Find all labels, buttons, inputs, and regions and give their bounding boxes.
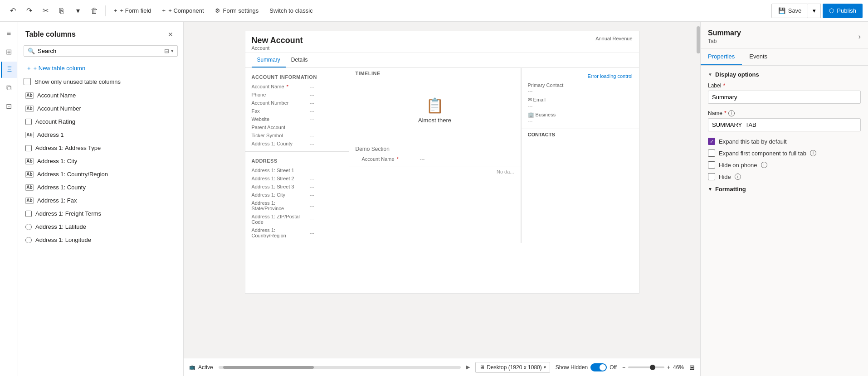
- form-header: New Account Account Annual Revenue: [245, 31, 639, 53]
- side-nav-hamburger[interactable]: ≡: [1, 25, 17, 42]
- hide-on-phone-checkbox[interactable]: [708, 161, 715, 169]
- form-settings-button[interactable]: ⚙ Form settings: [210, 4, 263, 18]
- field-value-account-number: ---: [310, 100, 315, 106]
- form-tab-summary[interactable]: Summary: [252, 53, 286, 67]
- cut-button[interactable]: ✂: [38, 4, 53, 18]
- close-panel-button[interactable]: ✕: [165, 29, 176, 40]
- field-value-county: ---: [310, 141, 315, 146]
- list-item[interactable]: Ab Address 1: County: [22, 181, 180, 194]
- show-hidden-toggle[interactable]: [590, 363, 607, 371]
- field-row-zip: Address 1: ZIP/Postal Code ---: [245, 212, 349, 226]
- hide-on-phone-info-icon[interactable]: i: [761, 162, 767, 168]
- formatting-header[interactable]: ▼ Formatting: [708, 186, 861, 193]
- text-column-icon: Ab: [25, 198, 34, 204]
- delete-button[interactable]: 🗑: [87, 4, 102, 18]
- error-loading-link[interactable]: Error loading control: [587, 73, 632, 79]
- field-value-country: ---: [310, 230, 315, 236]
- show-unused-row[interactable]: Show only unused table columns: [24, 78, 178, 85]
- canvas-vscroll[interactable]: [697, 22, 700, 358]
- component-button[interactable]: + + Component: [158, 4, 209, 18]
- history-dropdown-button[interactable]: ▾: [71, 4, 85, 18]
- side-nav-columns[interactable]: Ξ: [1, 62, 17, 78]
- scroll-right-arrow[interactable]: ▶: [466, 364, 470, 370]
- form-field-button[interactable]: + + Form field: [109, 4, 156, 18]
- columns-panel: Table columns ✕ 🔍 ⊟ ▾ + + New table colu…: [18, 22, 184, 376]
- list-item[interactable]: Ab Account Name: [22, 89, 180, 102]
- zoom-out-icon[interactable]: −: [622, 364, 625, 371]
- columns-panel-header: Table columns ✕: [18, 22, 183, 43]
- form-preview: New Account Account Annual Revenue Summa…: [245, 31, 639, 294]
- switch-classic-button[interactable]: Switch to classic: [265, 4, 317, 18]
- component-label: + Component: [168, 7, 204, 14]
- active-label: Active: [198, 364, 213, 371]
- field-label-ticker: Ticker Symbol: [252, 133, 306, 138]
- save-button[interactable]: 💾 Save: [771, 4, 809, 18]
- fit-screen-icon[interactable]: ⊞: [689, 364, 695, 371]
- field-value-parent-account: ---: [310, 125, 315, 130]
- field-label-zip: Address 1: ZIP/Postal Code: [252, 214, 306, 225]
- show-unused-checkbox[interactable]: [24, 78, 31, 85]
- expand-tab-checkbox[interactable]: ✓: [708, 138, 715, 145]
- list-item[interactable]: Address 1: Longitude: [22, 233, 180, 246]
- right-panel-header: Summary Tab ›: [701, 22, 868, 48]
- name-info-icon[interactable]: i: [728, 110, 735, 116]
- field-value-street3: ---: [310, 184, 315, 189]
- list-item[interactable]: Ab Address 1: Fax: [22, 194, 180, 207]
- form-tab-details[interactable]: Details: [286, 53, 313, 67]
- label-input[interactable]: [708, 91, 861, 104]
- right-panel-expand-icon[interactable]: ›: [858, 33, 861, 41]
- desktop-select[interactable]: 🖥 Desktop (1920 x 1080) ▾: [475, 362, 550, 373]
- redo-button[interactable]: ↷: [22, 4, 36, 18]
- show-hidden-label: Show Hidden: [556, 364, 588, 371]
- column-name-address-country: Address 1: Country/Region: [37, 171, 108, 178]
- save-dropdown-button[interactable]: ▾: [808, 4, 821, 18]
- side-nav-components[interactable]: ⊡: [1, 98, 17, 114]
- expand-first-info-icon[interactable]: i: [810, 150, 816, 156]
- new-column-button[interactable]: + + New table column: [24, 62, 178, 74]
- expand-first-checkbox[interactable]: [708, 149, 715, 157]
- chevron-right-icon: ▼: [708, 187, 712, 192]
- field-row-state: Address 1: State/Province ---: [245, 199, 349, 212]
- side-nav-layers[interactable]: ⧉: [1, 80, 17, 96]
- account-info-header: ACCOUNT INFORMATION: [245, 72, 349, 82]
- hide-checkbox[interactable]: [708, 173, 715, 180]
- column-name-address-city: Address 1: City: [37, 158, 77, 164]
- field-row-website: Website ---: [245, 115, 349, 123]
- sort-chevron-icon[interactable]: ▾: [171, 48, 174, 54]
- undo-button[interactable]: ↶: [5, 4, 20, 18]
- side-nav-grid[interactable]: ⊞: [1, 43, 17, 60]
- column-name-address1: Address 1: [37, 131, 64, 138]
- name-input[interactable]: [708, 118, 861, 131]
- hide-info-icon[interactable]: i: [735, 174, 741, 180]
- demo-section-label: Demo Section: [356, 146, 514, 152]
- demo-field-label-account-name: Account Name *: [362, 156, 416, 162]
- field-value-phone: ---: [310, 92, 315, 97]
- text-column-icon: Ab: [25, 171, 34, 178]
- column-name-account-rating: Account Rating: [35, 118, 75, 125]
- list-item[interactable]: Address 1: Address Type: [22, 141, 180, 154]
- field-label-parent-account: Parent Account: [252, 125, 306, 130]
- display-options-header[interactable]: ▼ Display options: [708, 71, 861, 78]
- publish-button[interactable]: ⬡ Publish: [823, 4, 863, 18]
- copy-button[interactable]: ⎘: [54, 4, 69, 18]
- publish-label: Publish: [837, 7, 856, 14]
- field-row-parent-account: Parent Account ---: [245, 123, 349, 131]
- list-item[interactable]: Address 1: Freight Terms: [22, 207, 180, 220]
- list-item[interactable]: Account Rating: [22, 115, 180, 128]
- zoom-in-icon[interactable]: +: [667, 364, 670, 371]
- search-input[interactable]: [38, 48, 161, 54]
- tab-events[interactable]: Events: [742, 48, 775, 65]
- tab-properties[interactable]: Properties: [701, 48, 742, 65]
- canvas-hscroll[interactable]: [219, 366, 461, 369]
- list-item[interactable]: Address 1: Latitude: [22, 220, 180, 233]
- save-label: Save: [788, 7, 802, 14]
- required-star: *: [287, 84, 288, 89]
- list-item[interactable]: Ab Address 1: [22, 128, 180, 141]
- list-item[interactable]: Ab Address 1: Country/Region: [22, 168, 180, 181]
- field-label-account-name: Account Name *: [252, 84, 306, 89]
- filter-icon[interactable]: ⊟: [164, 48, 169, 54]
- list-item[interactable]: Ab Address 1: City: [22, 154, 180, 168]
- zoom-slider[interactable]: [628, 366, 664, 368]
- label-field-label: Label *: [708, 82, 861, 89]
- list-item[interactable]: Ab Account Number: [22, 102, 180, 115]
